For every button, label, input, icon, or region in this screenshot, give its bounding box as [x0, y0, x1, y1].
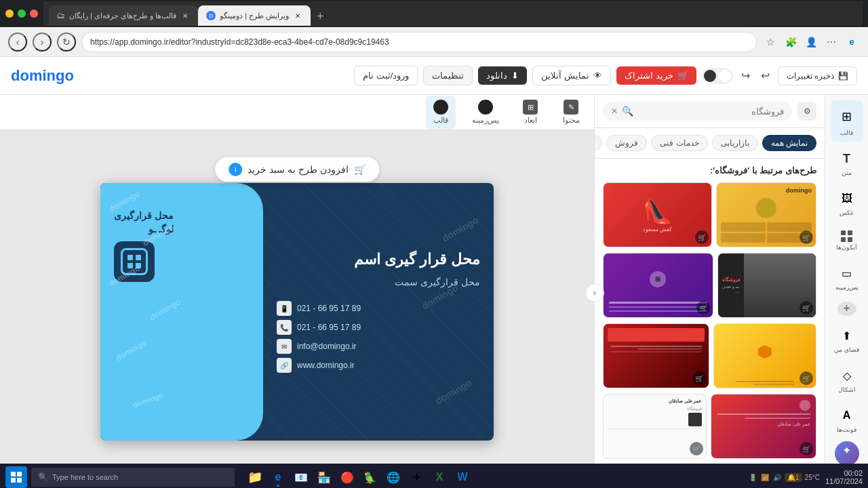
taskbar-apps-row: 📁 e 📧 🏪 🔴 🦜 🌐 ✈ X [244, 466, 473, 488]
word-icon: W [457, 471, 467, 483]
tag-bazaryabi[interactable]: بازاریابی [712, 135, 758, 151]
template-search-input[interactable] [637, 106, 784, 117]
icons-tool-label: آیکون‌ها [836, 244, 857, 251]
taskbar-app-edge[interactable]: e [267, 466, 289, 488]
tc3-line2: مد و فشن [722, 284, 740, 289]
template-card-2[interactable]: 👠 کفش مسعود 🛒 [603, 182, 712, 247]
phone-row-1: 📱 021 - 66 95 17 89 [277, 301, 480, 316]
tc7-cart: 🛒 [800, 442, 813, 455]
chrome-icon: 🌐 [387, 471, 400, 484]
taskbar-app-store[interactable]: 🏪 [313, 466, 335, 488]
save-button[interactable]: 💾 ذخیره تغییرات [778, 66, 857, 85]
sidebar-tool-fonts[interactable]: A فونت‌ها [831, 401, 863, 439]
login-button[interactable]: ورود/ثبت نام [354, 66, 418, 85]
search-clear-icon[interactable]: ✕ [611, 106, 618, 116]
tc1-grid [721, 222, 812, 243]
more-icon[interactable]: ⋯ [823, 34, 840, 50]
extension-icon[interactable]: 🧩 [783, 34, 799, 50]
online-preview-button[interactable]: 👁 نمایش آنلاین [532, 66, 611, 85]
toolbar-item-dimensions[interactable]: ⊞ ابعاد [515, 96, 545, 129]
template-card-8[interactable]: عمر علی صادقان فروشگاه 🛒 [603, 394, 707, 459]
template-card-4[interactable]: ⊞ 🛒 [603, 253, 713, 318]
template-card-1[interactable]: domingo 🛒 [716, 182, 817, 247]
toolbar-item-content[interactable]: ✎ محتوا [556, 96, 586, 129]
template-card-6[interactable]: 🛒 [603, 323, 709, 388]
tc8-cart: 🛒 [690, 442, 703, 455]
window-maximize[interactable] [18, 9, 26, 18]
phone2-text: 021 - 66 95 17 89 [297, 323, 361, 332]
sidebar-tool-template[interactable]: ⊞ قالب [831, 100, 863, 142]
sidebar-tool-image[interactable]: 🖼 عکس [831, 184, 863, 222]
sidebar-tool-shapes[interactable]: ◇ اشکال [831, 361, 863, 399]
redo-button[interactable]: ↪ [738, 66, 753, 85]
template-card-5[interactable]: 🛒 [713, 323, 817, 388]
profile-icon[interactable]: 👤 [803, 34, 819, 50]
tag-khadamat[interactable]: خدمات فنی [651, 135, 707, 151]
windows-icon [11, 472, 22, 483]
tc2-text: کفش مسعود [643, 226, 672, 232]
undo-button[interactable]: ↩ [758, 66, 772, 85]
nav-back[interactable]: ‹ [8, 33, 27, 52]
tc7-l1 [717, 413, 811, 415]
taskbar-app-excel[interactable]: X [429, 466, 450, 488]
nav-refresh[interactable]: ↻ [57, 33, 76, 52]
browser-tab-2[interactable]: D ویرایش طرح | دومینگو ✕ [198, 5, 311, 26]
panel-expand-arrow[interactable]: › [585, 283, 604, 302]
battery-icon: 🔋 [748, 472, 757, 482]
taskbar-app-telegram[interactable]: ✈ [406, 466, 427, 488]
tab2-favicon: D [206, 11, 216, 20]
filter-button[interactable]: ⚙ [797, 102, 816, 121]
start-button[interactable] [5, 466, 27, 488]
taskbar-search-icon: 🔍 [38, 472, 48, 482]
tab1-close[interactable]: ✕ [180, 11, 190, 20]
dimensions-icon: ⊞ [523, 100, 538, 115]
ai-button[interactable]: ✦ [835, 441, 859, 466]
taskbar-search-box[interactable]: 🔍 Type here to search [31, 468, 235, 487]
address-input[interactable] [81, 32, 757, 52]
tc2-shoe: 👠 [642, 198, 673, 226]
dlwm4: domingo [148, 297, 182, 322]
svg-rect-4 [11, 472, 16, 476]
template-card-7[interactable]: عمر علی صادقان 🛒 [711, 394, 817, 459]
download-button[interactable]: ⬇ دانلود [478, 66, 527, 85]
design-canvas[interactable]: domingo domingo domingo domingo domingo … [100, 183, 494, 441]
window-minimize[interactable] [5, 9, 14, 18]
sidebar-add-button[interactable]: + [837, 302, 856, 316]
toolbar-item-layers[interactable]: قالب [426, 96, 456, 129]
edge-icon[interactable]: e [844, 34, 860, 50]
tab2-label: ویرایش طرح | دومینگو [220, 12, 289, 20]
tc6-cart: 🛒 [692, 371, 706, 385]
tag-show-all[interactable]: نمایش همه [762, 135, 816, 151]
add-to-cart-button[interactable]: 🛒 افزودن طرح به سبد خرید i [215, 157, 379, 182]
tc4-cart: 🛒 [696, 301, 710, 314]
nav-forward[interactable]: › [33, 33, 52, 52]
settings-button[interactable]: تنظیمات [423, 66, 473, 85]
panel-search: ⚙ 🔍 ✕ [595, 95, 825, 128]
subscribe-label: خرید اشتراک [625, 70, 673, 81]
phone1-text: 021 - 66 95 17 89 [297, 304, 361, 313]
tag-brand[interactable]: برند [595, 135, 602, 151]
browser-tab-1[interactable]: 🗂 قالب‌ها و طرح‌های حرفه‌ای | رایگان ✕ [49, 5, 198, 26]
star-icon[interactable]: ☆ [762, 34, 778, 50]
sidebar-tool-text[interactable]: T متن [831, 144, 863, 182]
tab2-close[interactable]: ✕ [293, 11, 302, 20]
taskbar-app-parrot[interactable]: 🦜 [359, 466, 381, 488]
taskbar-app-mail[interactable]: 📧 [290, 466, 312, 488]
subscribe-button[interactable]: 🛒 خرید اشتراک [616, 66, 696, 85]
toolbar-item-background[interactable]: پس‌زمینه [467, 96, 505, 129]
taskbar-app-chrome[interactable]: 🌐 [382, 466, 404, 488]
window-close[interactable] [30, 9, 38, 18]
template-card-3[interactable]: فروشگاه مد و فشن ---- 🛒 [717, 253, 817, 318]
sidebar-tool-myspace[interactable]: ⬆ فضای من [831, 321, 863, 359]
tag-foroosh[interactable]: فروش [606, 135, 647, 151]
tc1-cell4 [721, 233, 766, 243]
sidebar-tool-background[interactable]: ▭ پس‌زمینه [831, 259, 863, 296]
taskbar-app-explorer[interactable]: 📁 [244, 466, 266, 488]
dark-light-toggle[interactable] [702, 68, 733, 84]
sidebar-tool-icons[interactable]: آیکون‌ها [831, 224, 863, 256]
tc5-hex [758, 345, 772, 359]
new-tab-button[interactable]: + [311, 7, 330, 26]
taskbar-app-red[interactable]: 🔴 [336, 466, 358, 488]
taskbar-app-word[interactable]: W [452, 466, 473, 488]
cart-icon-btn: 🛒 [354, 164, 366, 175]
